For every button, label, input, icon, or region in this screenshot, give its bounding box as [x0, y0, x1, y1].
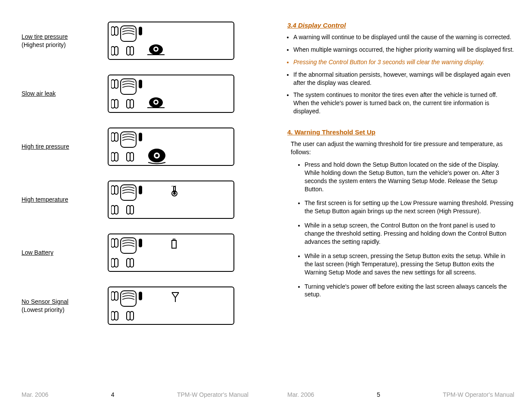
- flat-tire-icon: [147, 95, 169, 110]
- document-spread: Low tire pressure (Highest priority) Slo…: [0, 0, 532, 411]
- list-item: Turning vehicle's power off before exiti…: [305, 283, 514, 299]
- page-footer: Mar. 2006 5 TPM-W Operator's Manual: [287, 391, 514, 398]
- car-icon: [111, 290, 146, 321]
- flat-tire-icon: [147, 42, 169, 57]
- page-5: 3.4 Display Control A warning will conti…: [266, 0, 532, 411]
- list-item: A warning will continue to be displayed …: [293, 33, 514, 41]
- page-footer: Mar. 2006 4 TPM-W Operator's Manual: [22, 391, 249, 398]
- warning-table: Low tire pressure (Highest priority) Slo…: [22, 22, 249, 325]
- car-icon: [111, 184, 146, 215]
- warning-label: Low tire pressure (Highest priority): [22, 33, 90, 48]
- thermometer-icon: [171, 186, 181, 198]
- big-tire-icon: [147, 148, 169, 165]
- antenna-icon: [171, 292, 181, 304]
- display-panel: [108, 286, 234, 325]
- list-item: While in a setup screen, the Control But…: [305, 221, 514, 246]
- warning-row: Slow air leak: [22, 75, 249, 113]
- warning-label: No Sensor Signal (Lowest priority): [22, 298, 90, 313]
- warning-row: Low Battery: [22, 234, 249, 272]
- list-item: While in a setup screen, pressing the Se…: [305, 252, 514, 277]
- heading-3-4: 3.4 Display Control: [287, 22, 514, 29]
- warning-label: High tire pressure: [22, 143, 90, 150]
- footer-page-num: 5: [377, 391, 380, 398]
- list-item: If the abnormal situation persists, howe…: [293, 71, 514, 87]
- warning-row: High temperature: [22, 181, 249, 219]
- list-item: Press and hold down the Setup Button loc…: [305, 161, 514, 193]
- footer-manual: TPM-W Operator's Manual: [443, 391, 514, 398]
- warning-row: No Sensor Signal (Lowest priority): [22, 286, 249, 325]
- section-4-intro: The user can adjust the warning threshol…: [291, 140, 514, 156]
- warning-label: High temperature: [22, 196, 90, 203]
- footer-date: Mar. 2006: [287, 391, 314, 398]
- warning-label: Low Battery: [22, 249, 90, 256]
- footer-page-num: 4: [111, 391, 115, 398]
- page-4: Low tire pressure (Highest priority) Slo…: [0, 0, 266, 411]
- list-item: When multiple warnings occurred, the hig…: [293, 46, 514, 54]
- warning-row: Low tire pressure (Highest priority): [22, 22, 249, 60]
- display-panel: [108, 128, 234, 166]
- list-item: The first screen is for setting up the L…: [305, 199, 514, 215]
- footer-manual: TPM-W Operator's Manual: [177, 391, 249, 398]
- bullet-list-3-4: A warning will continue to be displayed …: [293, 33, 514, 115]
- display-panel: [108, 234, 234, 272]
- footer-date: Mar. 2006: [22, 391, 48, 398]
- car-icon: [111, 131, 146, 162]
- list-item: The system continues to monitor the tire…: [293, 91, 514, 115]
- car-icon: [111, 78, 146, 109]
- list-item-highlight: Pressing the Control Button for 3 second…: [293, 58, 514, 66]
- car-icon: [111, 237, 146, 268]
- heading-4: 4. Warning Threshold Set Up: [287, 128, 514, 136]
- bullet-list-4: Press and hold down the Setup Button loc…: [305, 161, 514, 299]
- battery-icon: [171, 239, 180, 250]
- warning-label: Slow air leak: [22, 90, 90, 97]
- car-icon: [111, 25, 146, 56]
- display-panel: [108, 75, 234, 113]
- display-panel: [108, 181, 234, 219]
- warning-row: High tire pressure: [22, 128, 249, 166]
- display-panel: [108, 22, 234, 60]
